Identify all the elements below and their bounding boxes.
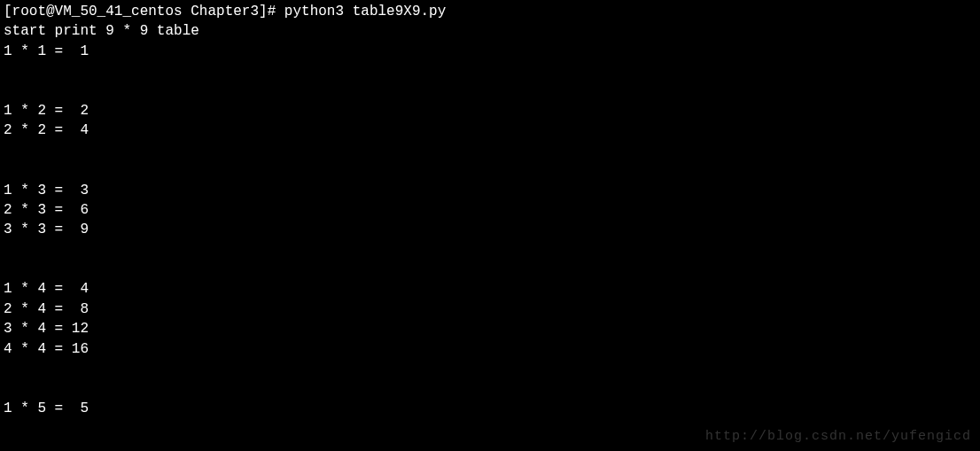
- blank-line: [4, 82, 976, 101]
- output-line: 1 * 3 = 3: [4, 181, 976, 200]
- watermark-text: http://blog.csdn.net/yufengicd: [705, 427, 971, 446]
- blank-line: [4, 160, 976, 180]
- blank-line: [4, 378, 976, 398]
- output-line: 4 * 4 = 16: [4, 339, 976, 359]
- shell-prompt: [root@VM_50_41_centos Chapter3]#: [4, 4, 284, 19]
- output-line: 2 * 4 = 8: [4, 299, 976, 319]
- output-line: 1 * 5 = 5: [4, 399, 976, 418]
- blank-line: [4, 61, 976, 81]
- output-line: 1 * 2 = 2: [4, 101, 976, 121]
- blank-line: [4, 240, 976, 260]
- blank-line: [4, 260, 976, 279]
- output-header: start print 9 * 9 table: [4, 21, 976, 41]
- blank-line: [4, 141, 976, 160]
- output-line: 2 * 3 = 6: [4, 200, 976, 220]
- blank-line: [4, 359, 976, 378]
- output-line: 1 * 4 = 4: [4, 279, 976, 299]
- command-line[interactable]: [root@VM_50_41_centos Chapter3]# python3…: [4, 2, 976, 21]
- output-line: 3 * 3 = 9: [4, 220, 976, 239]
- output-line: 1 * 1 = 1: [4, 42, 976, 61]
- output-line: 3 * 4 = 12: [4, 319, 976, 338]
- output-line: 2 * 2 = 4: [4, 121, 976, 140]
- command-text: python3 table9X9.py: [284, 4, 446, 19]
